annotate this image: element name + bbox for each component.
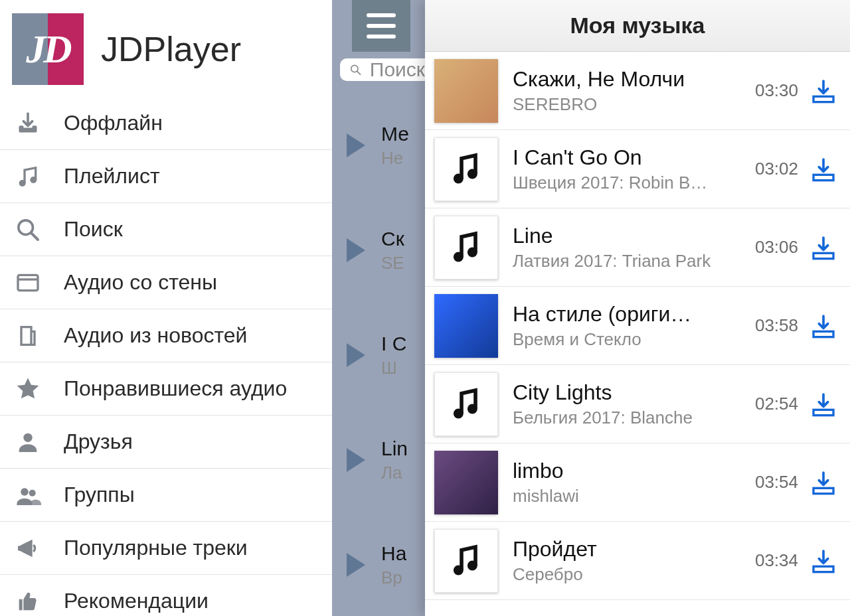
track-duration: 03:58 (755, 315, 798, 336)
sidebar-item-recommendations[interactable]: Рекомендации (0, 575, 332, 616)
track-row[interactable]: Скажи, Не Молчи SEREBRO 03:30 (425, 52, 850, 130)
track-duration: 03:30 (755, 80, 798, 101)
track-artist: mishlawi (513, 486, 743, 506)
track-row[interactable]: City Lights Бельгия 2017: Blanche 02:54 (425, 365, 850, 443)
sidebar-item-label: Друзья (64, 429, 133, 454)
download-button[interactable] (810, 469, 837, 496)
search-icon (15, 216, 48, 243)
sidebar-item-news-audio[interactable]: Аудио из новостей (0, 309, 332, 362)
download-button[interactable] (810, 78, 837, 104)
sidebar-item-label: Аудио со стены (64, 270, 217, 295)
track-duration: 02:54 (755, 394, 798, 414)
panel-title: Моя музыка (570, 13, 705, 38)
track-artist: SEREBRO (513, 94, 743, 115)
sidebar-item-label: Плейлист (64, 164, 160, 189)
note-icon (448, 151, 485, 188)
track-title: На стиле (ориги… (513, 302, 743, 327)
play-icon (347, 448, 365, 472)
download-icon (15, 110, 48, 137)
list-item[interactable]: LinЛа (332, 408, 425, 512)
note-icon (448, 229, 485, 266)
track-title: Line (513, 224, 743, 248)
sidebar-item-groups[interactable]: Группы (0, 469, 332, 522)
track-title: limbo (513, 459, 743, 483)
menu-button[interactable] (352, 0, 410, 52)
music-panel: Моя музыка Скажи, Не Молчи SEREBRO 03:30… (425, 0, 850, 616)
play-icon (347, 133, 365, 157)
sidebar-item-label: Аудио из новостей (64, 323, 247, 348)
album-art (434, 59, 498, 123)
wall-icon (15, 270, 48, 296)
download-button[interactable] (810, 234, 837, 261)
track-artist: Серебро (513, 564, 743, 585)
sidebar-item-offline[interactable]: Оффлайн (0, 97, 332, 150)
track-row[interactable]: Пройдет Серебро 03:34 (425, 522, 850, 600)
track-row[interactable]: limbo mishlawi 03:54 (425, 443, 850, 522)
download-button[interactable] (810, 313, 837, 339)
user-icon (15, 429, 48, 455)
middle-column: Поиск МеНе СкSE I CШ LinЛа НаВр (332, 0, 425, 616)
play-icon (347, 343, 365, 367)
track-row[interactable]: I Can't Go On Швеция 2017: Robin B… 03:0… (425, 130, 850, 208)
search-icon (349, 61, 362, 78)
app-title: JDPlayer (101, 29, 241, 69)
album-art (434, 216, 498, 279)
download-button[interactable] (810, 156, 837, 183)
sidebar-item-friends[interactable]: Друзья (0, 416, 332, 469)
track-duration: 03:02 (755, 159, 798, 179)
list-item[interactable]: I CШ (332, 303, 425, 408)
track-row[interactable]: Line Латвия 2017: Triana Park 03:06 (425, 208, 850, 287)
sidebar-item-wall-audio[interactable]: Аудио со стены (0, 256, 332, 309)
background-track-list: МеНе СкSE I CШ LinЛа НаВр (332, 93, 425, 616)
track-duration: 03:06 (755, 237, 798, 258)
logo-text: JD (12, 13, 84, 85)
sidebar: JD JDPlayer Оффлайн Плейлист Поиск Аудио… (0, 0, 332, 616)
sidebar-item-label: Популярные треки (64, 536, 248, 560)
star-icon (15, 376, 48, 402)
sidebar-item-label: Поиск (64, 217, 123, 242)
news-icon (15, 323, 48, 349)
sidebar-item-search[interactable]: Поиск (0, 203, 332, 256)
track-title: Пройдет (513, 537, 743, 562)
download-button[interactable] (810, 391, 837, 418)
play-icon (347, 238, 365, 262)
track-artist: Латвия 2017: Triana Park (513, 251, 743, 271)
album-art (434, 372, 498, 436)
sidebar-list: Оффлайн Плейлист Поиск Аудио со стены Ау… (0, 97, 332, 616)
album-art (434, 137, 498, 201)
download-button[interactable] (810, 548, 837, 574)
sidebar-item-playlist[interactable]: Плейлист (0, 150, 332, 203)
track-artist: Бельгия 2017: Blanche (513, 408, 743, 428)
search-placeholder: Поиск (370, 58, 425, 81)
sidebar-item-popular[interactable]: Популярные треки (0, 522, 332, 575)
music-icon (15, 163, 48, 190)
track-artist: Швеция 2017: Robin B… (513, 173, 743, 193)
app-header: JD JDPlayer (0, 0, 332, 97)
track-list[interactable]: Скажи, Не Молчи SEREBRO 03:30 I Can't Go… (425, 52, 850, 616)
sidebar-item-label: Оффлайн (64, 111, 163, 135)
track-title: City Lights (513, 380, 743, 405)
megaphone-icon (15, 535, 48, 562)
sidebar-item-label: Рекомендации (64, 589, 209, 613)
note-icon (448, 542, 485, 579)
track-duration: 03:34 (755, 550, 798, 571)
album-art (434, 294, 498, 358)
thumbsup-icon (15, 588, 48, 615)
app-logo: JD (12, 13, 84, 85)
note-icon (448, 386, 485, 423)
list-item[interactable]: МеНе (332, 93, 425, 198)
list-item[interactable]: НаВр (332, 512, 425, 616)
album-art (434, 451, 498, 514)
track-title: I Can't Go On (513, 145, 743, 170)
play-icon (347, 553, 365, 577)
list-item[interactable]: СкSE (332, 198, 425, 303)
users-icon (15, 482, 48, 508)
sidebar-item-label: Группы (64, 483, 135, 507)
sidebar-item-label: Понравившиеся аудио (64, 376, 287, 401)
album-art (434, 529, 498, 593)
search-field[interactable]: Поиск (340, 58, 425, 81)
track-duration: 03:54 (755, 472, 798, 493)
panel-header: Моя музыка (425, 0, 850, 52)
sidebar-item-liked-audio[interactable]: Понравившиеся аудио (0, 362, 332, 416)
track-row[interactable]: На стиле (ориги… Время и Стекло 03:58 (425, 287, 850, 365)
